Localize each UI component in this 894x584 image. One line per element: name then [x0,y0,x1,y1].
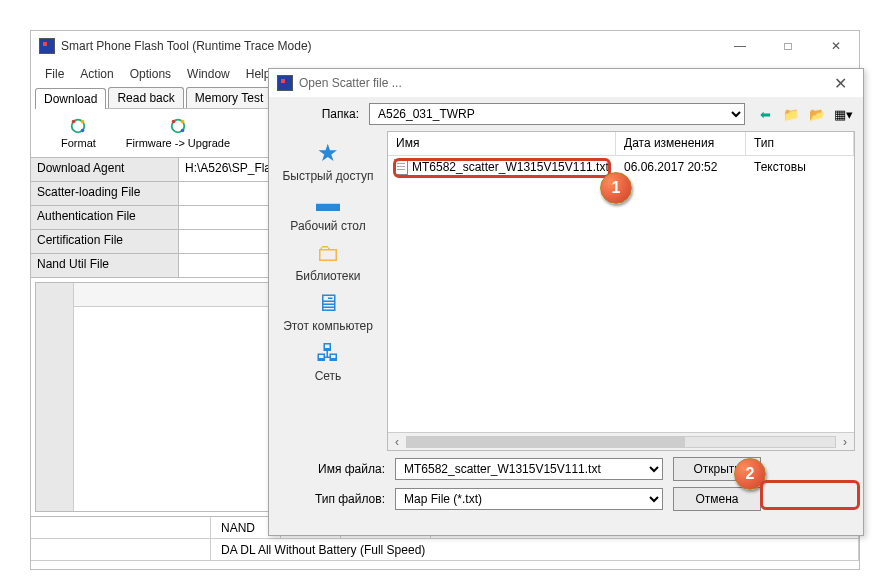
col-type[interactable]: Тип [746,132,854,155]
upgrade-icon [169,117,187,135]
file-list-header: Имя Дата изменения Тип [388,132,854,156]
col-name[interactable]: Имя [388,132,616,155]
format-label: Format [61,137,96,149]
sidebar-libraries[interactable]: 🗀Библиотеки [295,239,360,283]
sidebar-thispc[interactable]: 🖥Этот компьютер [283,289,373,333]
minimize-button[interactable]: — [725,39,755,53]
pc-icon: 🖥 [311,289,345,317]
filetype-select[interactable]: Map File (*.txt) [395,488,663,510]
annotation-marker-2: 2 [734,458,766,490]
filetype-label: Тип файлов: [279,492,385,506]
network-icon: 🖧 [311,339,345,367]
dialog-title: Open Scatter file ... [299,76,826,90]
textfile-icon [394,159,408,175]
new-folder-icon[interactable]: 📂 [807,104,827,124]
file-date: 06.06.2017 20:52 [616,160,746,174]
file-name: MT6582_scatter_W1315V15V111.txt [412,160,609,174]
app-logo-icon [39,38,55,54]
open-file-dialog: Open Scatter file ... ✕ Папка: A526_031_… [268,68,864,536]
folder-row: Папка: A526_031_TWRP ⬅ 📁 📂 ▦▾ [269,97,863,131]
menu-options[interactable]: Options [124,65,177,83]
star-icon: ★ [311,139,345,167]
cfg-auth-label: Authentication File [31,206,179,229]
scroll-left-icon[interactable]: ‹ [388,435,406,449]
scroll-right-icon[interactable]: › [836,435,854,449]
annotation-marker-1: 1 [600,172,632,204]
view-icon[interactable]: ▦▾ [833,104,853,124]
upgrade-button[interactable]: Firmware -> Upgrade [126,117,230,149]
tab-readback[interactable]: Read back [108,87,183,108]
status2-empty [31,539,211,560]
sidebar-desktop[interactable]: ▬Рабочий стол [290,189,365,233]
window-title: Smart Phone Flash Tool (Runtime Trace Mo… [61,39,725,53]
maximize-button[interactable]: □ [773,39,803,53]
format-icon [69,117,87,135]
dialog-close-button[interactable]: ✕ [826,74,855,93]
filename-label: Имя файла: [279,462,385,476]
tab-memorytest[interactable]: Memory Test [186,87,272,108]
upgrade-label: Firmware -> Upgrade [126,137,230,149]
menu-window[interactable]: Window [181,65,236,83]
libraries-icon: 🗀 [311,239,345,267]
horizontal-scrollbar[interactable]: ‹ › [388,432,854,450]
close-button[interactable]: ✕ [821,39,851,53]
svg-point-3 [81,129,85,133]
titlebar: Smart Phone Flash Tool (Runtime Trace Mo… [31,31,859,61]
cancel-button[interactable]: Отмена [673,487,761,511]
cfg-download-agent-label: Download Agent [31,158,179,181]
back-icon[interactable]: ⬅ [755,104,775,124]
sidebar-network[interactable]: 🖧Сеть [311,339,345,383]
up-icon[interactable]: 📁 [781,104,801,124]
filename-input[interactable]: MT6582_scatter_W1315V15V111.txt [395,458,663,480]
file-type: Текстовы [746,160,854,174]
menu-action[interactable]: Action [74,65,119,83]
folder-label: Папка: [279,107,359,121]
cfg-cert-label: Certification File [31,230,179,253]
cfg-scatter-label: Scatter-loading File [31,182,179,205]
sidebar-quickaccess[interactable]: ★Быстрый доступ [282,139,373,183]
status-empty1 [31,517,211,538]
dialog-bottom: Имя файла: MT6582_scatter_W1315V15V111.t… [269,451,863,523]
svg-point-1 [72,120,76,124]
svg-point-2 [81,120,85,124]
menu-file[interactable]: File [39,65,70,83]
dialog-titlebar: Open Scatter file ... ✕ [269,69,863,97]
cfg-nand-label: Nand Util File [31,254,179,277]
desktop-icon: ▬ [311,189,345,217]
col-date[interactable]: Дата изменения [616,132,746,155]
folder-select[interactable]: A526_031_TWRP [369,103,745,125]
svg-point-5 [172,120,176,124]
svg-point-7 [181,129,185,133]
dialog-logo-icon [277,75,293,91]
status2-mode: DA DL All Without Battery (Full Speed) [211,539,859,560]
places-sidebar: ★Быстрый доступ ▬Рабочий стол 🗀Библиотек… [269,131,387,451]
svg-point-6 [181,120,185,124]
format-button[interactable]: Format [61,117,96,149]
tab-download[interactable]: Download [35,88,106,109]
